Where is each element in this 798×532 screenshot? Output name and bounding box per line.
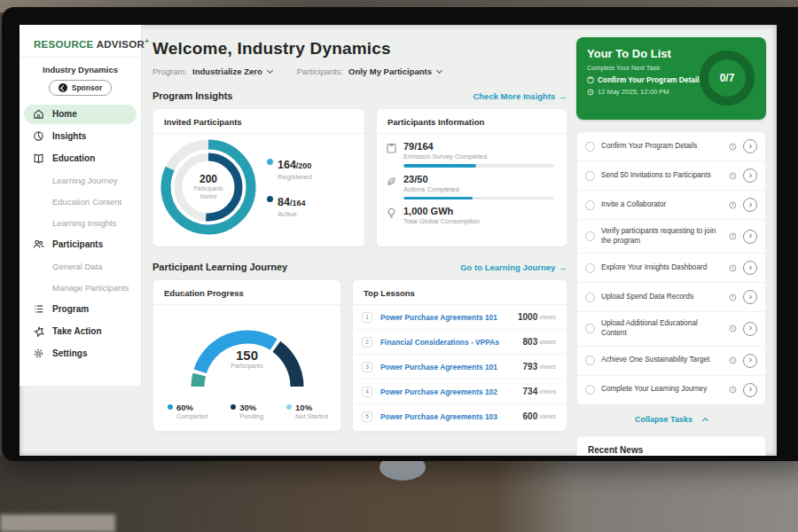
rank-badge: 5 [362,411,372,422]
gauge-chart: 150 Participants [168,309,327,401]
card-title: Education Progress [153,280,340,305]
task-row-achieve-target[interactable]: Achieve One Sustainability Target › [577,347,765,376]
sidebar: RESOURCE ADVISOR+ Industry Dynamics Spon… [20,25,142,386]
legend-item-active: 84/164 Active [267,193,312,218]
background-floor-highlight [0,514,115,532]
clock-icon [729,172,737,180]
chevron-down-icon [267,66,273,73]
task-row-upload-spend-data[interactable]: Upload Spend Data Records › [577,283,765,312]
task-checkbox[interactable] [585,293,595,302]
actions-icon [386,174,396,200]
lesson-row: 3 Power Purchase Agreements 101 793 view… [353,355,567,379]
task-open-button[interactable]: › [743,354,757,368]
legend-dot-not-started [286,404,292,410]
task-checkbox[interactable] [585,356,595,365]
org-name: Industry Dynamics [20,65,141,74]
sidebar-item-home[interactable]: Home [24,105,137,124]
rank-badge: 3 [362,362,372,372]
sidebar-nav: Home Insights Education Learning Journey… [20,105,141,364]
task-row-confirm-program[interactable]: Confirm Your Program Details › [577,132,765,161]
rank-badge: 2 [362,337,372,348]
legend-dot-completed [168,404,173,410]
task-checkbox[interactable] [585,200,595,210]
clock-icon [729,386,737,394]
collapse-tasks-link[interactable]: Collapse Tasks [576,415,766,424]
todo-due-date: 12 May 2025, 12:00 PM [598,88,669,96]
sponsor-icon [59,83,67,92]
todo-panel: Your To Do List Complete Your Next Task:… [576,25,766,456]
lesson-link[interactable]: Power Purchase Agreements 103 [380,412,523,421]
top-lessons-list: 1 Power Purchase Agreements 101 1000 vie… [353,305,567,428]
arrow-right-icon: → [558,262,567,272]
go-to-learning-journey-link[interactable]: Go to Learning Journey → [460,262,567,272]
task-open-button[interactable]: › [743,290,757,304]
invited-participants-card: Invited Participants 200 [153,108,365,247]
participants-information-body: 79/164 Emission Survey Completed 23/50 A… [377,134,567,225]
task-row-explore-insights[interactable]: Explore Your Insights Dashboard › [577,254,765,283]
clock-icon [587,89,594,96]
app-logo: RESOURCE ADVISOR+ [20,34,141,57]
task-checkbox[interactable] [585,385,595,395]
program-insights-header: Program Insights Check More Insights → [153,90,567,101]
recent-news-title: Recent News [588,445,755,455]
task-row-verify-participants[interactable]: Verify participants requesting to join t… [577,220,765,254]
sidebar-item-learning-insights[interactable]: Learning Insights [24,214,137,232]
legend-dot-pending [231,404,236,410]
task-checkbox[interactable] [585,231,595,241]
task-open-button[interactable]: › [743,322,757,336]
task-checkbox[interactable] [585,142,595,152]
lesson-link[interactable]: Power Purchase Agreements 101 [380,313,518,322]
todo-progress-ring: 0/7 [700,51,755,106]
sidebar-item-education[interactable]: Education [24,149,137,168]
sponsor-label: Sponsor [72,83,102,92]
task-checkbox[interactable] [585,171,595,181]
lesson-link[interactable]: Financial Considerations - VPPAs [380,338,523,347]
info-row-consumption: 1,000 GWh Total Global Consumption [386,206,554,225]
task-open-button[interactable]: › [743,168,757,183]
sidebar-item-education-content[interactable]: Education Content [24,192,137,211]
task-checkbox[interactable] [585,263,595,273]
legend-dot-registered [267,159,273,165]
task-checkbox[interactable] [585,324,595,333]
top-lessons-card: Top Lessons 1 Power Purchase Agreements … [352,279,567,432]
todo-counter: 0/7 [720,72,735,84]
program-select[interactable]: Industrialize Zero [192,66,272,76]
info-row-emission-survey: 79/164 Emission Survey Completed [386,141,554,168]
legend-dot-active [267,196,273,202]
home-icon [33,108,44,120]
sidebar-item-insights[interactable]: Insights [24,127,137,146]
task-row-send-invitations[interactable]: Send 50 Invitations to Participants › [577,161,765,191]
insights-icon [33,130,44,142]
info-row-actions: 23/50 Actions Completed [386,174,554,200]
card-title: Invited Participants [153,109,364,134]
task-open-button[interactable]: › [743,198,757,212]
task-open-button[interactable]: › [743,383,757,397]
clock-icon [729,201,737,209]
task-row-complete-learning-journey[interactable]: Complete Your Learning Journey › [577,376,765,404]
sidebar-item-take-action[interactable]: Take Action [24,322,137,341]
todo-summary-card: Your To Do List Complete Your Next Task:… [576,37,766,120]
lesson-link[interactable]: Power Purchase Agreements 102 [380,387,523,396]
clock-icon [729,325,737,332]
task-row-invite-collaborator[interactable]: Invite a Collaborator › [577,191,765,220]
background-scene: RESOURCE ADVISOR+ Industry Dynamics Spon… [0,0,798,532]
sidebar-item-general-data[interactable]: General Data [24,257,137,276]
sidebar-item-program[interactable]: Program [24,300,137,319]
task-row-upload-educational-content[interactable]: Upload Additional Educational Content › [577,312,765,346]
sidebar-item-settings[interactable]: Settings [24,344,137,364]
task-open-button[interactable]: › [743,230,757,244]
sidebar-item-participants[interactable]: Participants [24,235,137,254]
sidebar-item-manage-participants[interactable]: Manage Participants [24,278,137,297]
task-open-button[interactable]: › [743,261,757,275]
sidebar-item-learning-journey[interactable]: Learning Journey [24,171,137,190]
check-more-insights-link[interactable]: Check More Insights → [473,90,567,101]
lesson-link[interactable]: Power Purchase Agreements 101 [380,363,523,372]
participants-select[interactable]: Only My Participants [348,66,442,76]
clock-icon [729,143,737,151]
main-content: Welcome, Industry Dynamics Program: Indu… [142,25,576,456]
sponsor-badge[interactable]: Sponsor [49,80,112,96]
task-open-button[interactable]: › [743,139,757,153]
chevron-up-icon [702,418,708,424]
gauge-legend: 60% Completed 30% Pending 10% [153,401,340,420]
bulb-icon [386,206,396,225]
